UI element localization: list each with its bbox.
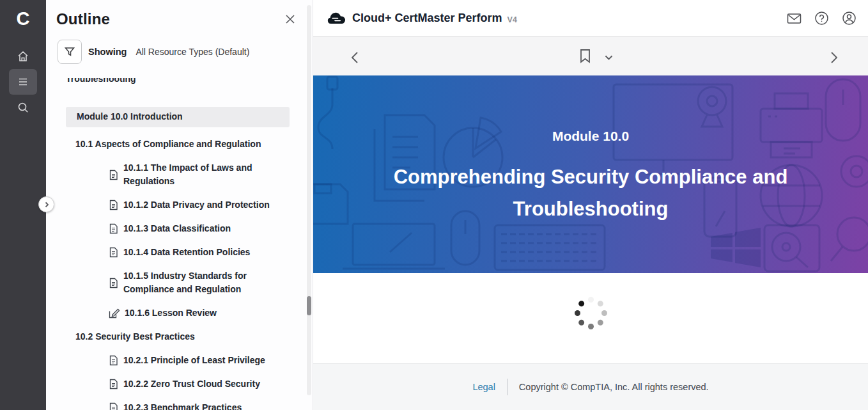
bookmark-button[interactable] bbox=[577, 46, 594, 67]
showing-label: Showing bbox=[88, 47, 127, 57]
document-icon bbox=[109, 247, 118, 258]
outline-item-label: Module 10.0 Introduction bbox=[77, 110, 183, 123]
document-icon bbox=[109, 170, 118, 180]
outline-item-label: 10.1.3 Data Classification bbox=[123, 222, 231, 235]
outline-item[interactable]: 10.2 Security Best Practices bbox=[75, 330, 290, 343]
outline-menu-button[interactable] bbox=[9, 69, 37, 95]
chevron-left-icon bbox=[350, 51, 359, 64]
cloud-plus-icon bbox=[327, 12, 346, 26]
footer-divider bbox=[507, 379, 508, 395]
outline-item[interactable]: Module 10.0 Introduction bbox=[66, 107, 290, 127]
rail-nav bbox=[9, 43, 37, 120]
outline-item[interactable]: 10.1.3 Data Classification bbox=[109, 222, 290, 235]
copyright-text: Copyright © CompTIA, Inc. All rights res… bbox=[519, 382, 709, 392]
outline-item[interactable]: 10.1.6 Lesson Review bbox=[109, 306, 290, 320]
home-button[interactable] bbox=[9, 43, 37, 69]
lesson-content-loading bbox=[313, 273, 868, 363]
main-area: Cloud+ CertMaster Perform V4 bbox=[313, 0, 868, 410]
filter-funnel-icon bbox=[64, 46, 75, 58]
header-actions bbox=[787, 11, 856, 26]
menu-icon bbox=[17, 75, 29, 88]
document-icon bbox=[109, 223, 118, 234]
left-rail: C bbox=[0, 0, 46, 410]
envelope-icon bbox=[787, 13, 802, 24]
outline-item-label: 10.1.4 Data Retention Policies bbox=[123, 246, 250, 259]
next-page-button[interactable] bbox=[827, 49, 841, 67]
outline-item[interactable]: 10.2.3 Benchmark Practices bbox=[109, 401, 290, 410]
document-icon bbox=[109, 379, 118, 390]
outline-item[interactable]: 10.1.4 Data Retention Policies bbox=[109, 246, 290, 259]
search-icon bbox=[17, 101, 29, 114]
legal-link[interactable]: Legal bbox=[472, 382, 495, 392]
chevron-down-icon bbox=[605, 55, 613, 61]
outline-item-label: 10.2.1 Principle of Least Privilege bbox=[123, 354, 265, 367]
messages-button[interactable] bbox=[787, 13, 802, 24]
footer: Legal Copyright © CompTIA, Inc. All righ… bbox=[313, 363, 868, 410]
module-number-label: Module 10.0 bbox=[552, 129, 629, 144]
filter-value: All Resource Types (Default) bbox=[136, 47, 249, 57]
app-root: C Outline Showing bbox=[0, 0, 868, 410]
outline-item-label: 10.2.2 Zero Trust Cloud Security bbox=[123, 377, 260, 391]
outline-item[interactable]: 10.1.2 Data Privacy and Protection bbox=[109, 198, 290, 212]
outline-item[interactable]: 10.2.2 Zero Trust Cloud Security bbox=[109, 377, 290, 391]
app-title: Cloud+ CertMaster Perform bbox=[352, 12, 502, 25]
outline-item-label: 10.2.3 Benchmark Practices bbox=[123, 401, 242, 410]
outline-header: Outline bbox=[46, 0, 313, 28]
expand-panel-button[interactable] bbox=[38, 196, 54, 212]
chevron-right-icon bbox=[43, 201, 50, 208]
app-version-badge: V4 bbox=[508, 15, 517, 24]
outline-item[interactable]: 10.1.1 The Impact of Laws and Regulation… bbox=[109, 161, 290, 188]
bookmark-menu-button[interactable] bbox=[602, 52, 616, 63]
edit-icon bbox=[109, 308, 120, 319]
outline-panel-title: Outline bbox=[56, 10, 110, 28]
outline-item[interactable]: 10.2.1 Principle of Least Privilege bbox=[109, 354, 290, 367]
filter-button[interactable] bbox=[58, 40, 82, 64]
outline-item-label: Troubleshooting bbox=[66, 78, 136, 86]
outline-item-label: 10.1.5 Industry Standards for Compliance… bbox=[123, 269, 283, 296]
chevron-right-icon bbox=[830, 51, 839, 64]
outline-item-label: 10.1 Aspects of Compliance and Regulatio… bbox=[75, 138, 261, 151]
outline-item[interactable]: 10.1.5 Industry Standards for Compliance… bbox=[109, 269, 290, 296]
outline-panel: Outline Showing All Resource Types (Defa… bbox=[46, 0, 313, 410]
home-icon bbox=[17, 50, 29, 63]
lesson-toolbar bbox=[313, 37, 868, 75]
comptia-logo[interactable]: C bbox=[17, 5, 30, 32]
outline-item-label: 10.2 Security Best Practices bbox=[75, 330, 195, 343]
filter-row: Showing All Resource Types (Default) bbox=[58, 40, 313, 64]
outline-item[interactable]: Troubleshooting bbox=[66, 78, 290, 86]
search-button[interactable] bbox=[9, 95, 37, 120]
outline-item-label: 10.1.6 Lesson Review bbox=[125, 306, 217, 320]
close-icon bbox=[284, 13, 296, 25]
main-header: Cloud+ CertMaster Perform V4 bbox=[313, 0, 868, 37]
document-icon bbox=[109, 355, 118, 366]
outline-list: TroubleshootingModule 10.0 Introduction1… bbox=[46, 78, 313, 410]
previous-page-button[interactable] bbox=[348, 49, 362, 67]
document-icon bbox=[109, 200, 118, 210]
account-button[interactable] bbox=[842, 11, 856, 26]
outline-scrollbar-track[interactable] bbox=[307, 5, 311, 395]
hero-text: Module 10.0 Comprehending Security Compl… bbox=[313, 75, 868, 273]
outline-item-label: 10.1.2 Data Privacy and Protection bbox=[123, 198, 270, 212]
help-button[interactable] bbox=[814, 11, 829, 26]
module-hero-banner: Module 10.0 Comprehending Security Compl… bbox=[313, 75, 868, 273]
module-title: Comprehending Security Compliance and Tr… bbox=[367, 161, 814, 225]
document-icon bbox=[109, 278, 118, 288]
outline-item-label: 10.1.1 The Impact of Laws and Regulation… bbox=[123, 161, 283, 188]
user-circle-icon bbox=[842, 11, 856, 26]
outline-scrollbar-thumb[interactable] bbox=[307, 296, 311, 315]
document-icon bbox=[109, 402, 118, 410]
close-outline-button[interactable] bbox=[283, 12, 297, 26]
question-circle-icon bbox=[814, 11, 829, 26]
bookmark-icon bbox=[579, 49, 591, 64]
outline-item[interactable]: 10.1 Aspects of Compliance and Regulatio… bbox=[75, 138, 290, 151]
